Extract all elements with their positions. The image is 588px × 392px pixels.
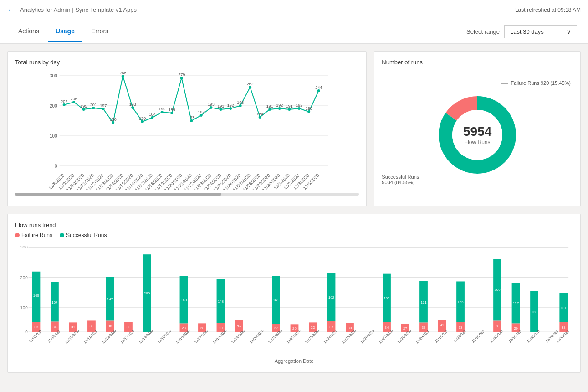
range-label: Select range [466,28,500,35]
svg-point-36 [72,101,75,103]
tab-actions[interactable]: Actions [11,21,46,42]
tab-bar: Actions Usage Errors Select range Last 3… [0,20,588,44]
svg-text:288: 288 [119,71,126,75]
back-button[interactable]: ← [7,6,15,14]
svg-text:193: 193 [129,102,136,107]
svg-text:193: 193 [208,102,215,107]
chevron-down-icon: ∨ [567,28,571,35]
svg-text:34: 34 [53,325,57,329]
svg-text:0: 0 [25,329,28,334]
last-refreshed: Last refreshed at 09:18 AM [515,7,581,13]
donut-center-text: 5954 Flow Runs [463,124,491,145]
svg-text:32: 32 [311,325,315,330]
svg-point-45 [161,111,164,113]
svg-point-42 [131,106,134,109]
main-content: Total runs by day 300 200 100 0 [0,44,588,380]
success-legend-line [417,183,424,183]
svg-point-50 [210,106,212,109]
success-legend: Successful Runs5034 (84.55%) [382,174,424,185]
svg-text:32: 32 [422,325,426,330]
bar-chart-title: Flow runs trend [15,222,573,228]
svg-text:27: 27 [274,326,278,330]
svg-text:192: 192 [227,103,234,108]
scrollbar-track[interactable] [15,193,359,196]
svg-text:30: 30 [219,326,223,330]
bar-chart-container: 300 200 100 0 33 169 11/8/2020 34 [15,242,573,365]
legend-failure-label: Failure Runs [21,232,52,238]
svg-text:190: 190 [306,106,312,111]
svg-text:33: 33 [562,325,566,330]
svg-text:262: 262 [247,82,254,86]
tab-usage[interactable]: Usage [48,21,82,42]
svg-text:147: 147 [107,297,113,301]
svg-text:38: 38 [90,324,94,328]
svg-text:38: 38 [108,324,112,328]
svg-text:169: 169 [33,294,40,298]
svg-point-44 [151,116,153,119]
svg-text:12/3/2020: 12/3/2020 [471,329,486,344]
svg-text:190: 190 [159,107,165,111]
svg-point-40 [112,121,114,124]
svg-text:138: 138 [531,310,537,314]
svg-text:178: 178 [188,115,195,120]
svg-point-52 [229,107,232,110]
range-selector: Select range Last 30 days ∨ [466,25,577,38]
svg-text:33: 33 [34,325,38,329]
svg-text:179: 179 [139,116,146,121]
svg-point-60 [307,110,310,113]
svg-point-41 [122,75,124,77]
page-title: Analytics for Admin | Sync Template v1 A… [20,6,515,13]
bar-legend: Failure Runs Successful Runs [15,232,573,238]
svg-text:189: 189 [169,108,175,112]
svg-text:206: 206 [494,288,501,292]
svg-text:34: 34 [385,325,389,330]
svg-text:206: 206 [71,97,77,101]
svg-point-58 [288,108,291,111]
svg-text:33: 33 [127,325,131,329]
svg-point-57 [278,107,281,110]
bar-chart-card: Flow runs trend Failure Runs Successful … [7,214,581,373]
svg-text:200: 200 [50,103,57,108]
svg-text:28: 28 [182,326,186,330]
svg-point-59 [298,107,301,110]
legend-success: Successful Runs [60,232,107,238]
svg-text:28: 28 [200,326,205,330]
svg-text:191: 191 [217,104,224,108]
svg-text:191: 191 [286,104,293,108]
svg-text:180: 180 [110,117,117,122]
svg-point-35 [63,103,66,106]
svg-text:162: 162 [328,295,334,299]
donut-label: Flow Runs [463,139,491,145]
svg-text:36: 36 [329,325,333,329]
svg-point-55 [259,116,261,119]
line-chart-svg: 300 200 100 0 202 206 195 201 197 180 [15,71,359,190]
failure-legend-line [501,83,508,84]
svg-text:41: 41 [237,324,241,328]
svg-text:38: 38 [496,324,500,328]
failure-legend: Failure Runs 920 (15.45%) [501,80,571,86]
svg-point-54 [249,86,251,88]
line-chart-container: 300 200 100 0 202 206 195 201 197 180 [15,71,359,199]
top-row: Total runs by day 300 200 100 0 [7,51,581,206]
svg-text:26: 26 [292,326,297,330]
svg-text:31: 31 [71,325,75,329]
legend-failure: Failure Runs [15,232,52,238]
svg-text:162: 162 [383,296,389,300]
svg-text:244: 244 [315,85,322,90]
svg-text:196: 196 [237,100,244,105]
svg-text:131: 131 [561,306,567,310]
svg-text:160: 160 [181,298,187,302]
svg-text:171: 171 [420,300,426,304]
svg-point-51 [220,108,222,111]
tab-errors[interactable]: Errors [84,21,116,42]
svg-point-38 [92,107,95,109]
legend-success-label: Successful Runs [66,232,107,238]
svg-text:0: 0 [55,164,57,169]
svg-point-61 [317,89,320,92]
scrollbar-thumb[interactable] [15,193,221,196]
svg-point-53 [239,104,242,107]
svg-text:192: 192 [276,103,283,108]
svg-point-48 [190,119,193,122]
svg-text:148: 148 [218,299,224,304]
range-dropdown[interactable]: Last 30 days ∨ [504,25,577,38]
